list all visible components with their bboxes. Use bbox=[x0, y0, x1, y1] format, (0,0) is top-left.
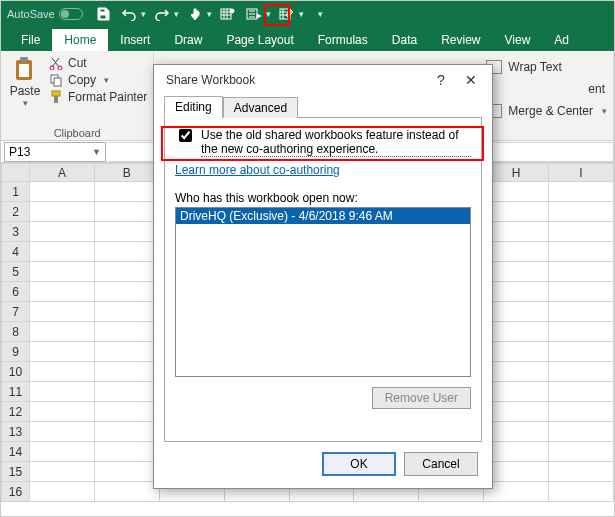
cell[interactable] bbox=[484, 322, 549, 342]
cell[interactable] bbox=[484, 282, 549, 302]
cell[interactable] bbox=[94, 462, 159, 482]
undo-dropdown[interactable]: ▾ bbox=[141, 9, 146, 19]
cell[interactable] bbox=[549, 362, 614, 382]
list-item[interactable]: DriveHQ (Exclusive) - 4/6/2018 9:46 AM bbox=[176, 208, 470, 224]
cell[interactable] bbox=[29, 262, 94, 282]
cell[interactable] bbox=[94, 482, 159, 502]
cell[interactable] bbox=[549, 422, 614, 442]
row-header[interactable]: 1 bbox=[2, 182, 30, 202]
track-dropdown[interactable]: ▾ bbox=[299, 9, 304, 19]
cell[interactable] bbox=[29, 462, 94, 482]
cell[interactable] bbox=[484, 302, 549, 322]
paste-button[interactable]: Paste ▾ bbox=[7, 54, 43, 108]
undo-icon[interactable] bbox=[119, 4, 139, 24]
dialog-help-button[interactable]: ? bbox=[426, 68, 456, 92]
cell[interactable] bbox=[484, 242, 549, 262]
cell[interactable] bbox=[29, 182, 94, 202]
name-box[interactable]: P13 ▼ bbox=[4, 142, 106, 162]
cell[interactable] bbox=[29, 222, 94, 242]
tab-data[interactable]: Data bbox=[380, 29, 429, 51]
row-header[interactable]: 6 bbox=[2, 282, 30, 302]
cell[interactable] bbox=[94, 362, 159, 382]
track-changes-icon[interactable] bbox=[277, 4, 297, 24]
row-header[interactable]: 8 bbox=[2, 322, 30, 342]
cell[interactable] bbox=[549, 242, 614, 262]
wrap-text-button[interactable]: Wrap Text bbox=[486, 60, 607, 74]
row-header[interactable]: 5 bbox=[2, 262, 30, 282]
row-header[interactable]: 4 bbox=[2, 242, 30, 262]
cell[interactable] bbox=[549, 282, 614, 302]
tab-file[interactable]: File bbox=[9, 29, 52, 51]
tab-view[interactable]: View bbox=[493, 29, 543, 51]
cell[interactable] bbox=[94, 202, 159, 222]
column-header[interactable]: A bbox=[29, 164, 94, 182]
cell[interactable] bbox=[549, 322, 614, 342]
row-header[interactable]: 3 bbox=[2, 222, 30, 242]
cell[interactable] bbox=[94, 262, 159, 282]
cell[interactable] bbox=[484, 402, 549, 422]
cell[interactable] bbox=[484, 442, 549, 462]
cell[interactable] bbox=[29, 382, 94, 402]
cell[interactable] bbox=[549, 382, 614, 402]
row-header[interactable]: 16 bbox=[2, 482, 30, 502]
cell[interactable] bbox=[484, 342, 549, 362]
touch-dropdown[interactable]: ▾ bbox=[207, 9, 212, 19]
tab-formulas[interactable]: Formulas bbox=[306, 29, 380, 51]
cell[interactable] bbox=[484, 222, 549, 242]
tab-insert[interactable]: Insert bbox=[108, 29, 162, 51]
cell[interactable] bbox=[549, 262, 614, 282]
cell[interactable] bbox=[94, 282, 159, 302]
cell[interactable] bbox=[29, 342, 94, 362]
qat-customize-icon[interactable]: ▾ bbox=[318, 9, 323, 19]
learn-more-link[interactable]: Learn more about co-authoring bbox=[175, 163, 471, 177]
cell[interactable] bbox=[94, 182, 159, 202]
merge-center-button[interactable]: Merge & Center▾ bbox=[486, 104, 607, 118]
tab-pagelayout[interactable]: Page Layout bbox=[214, 29, 305, 51]
cut-button[interactable]: Cut bbox=[49, 56, 147, 70]
use-old-shared-checkbox-row[interactable]: Use the old shared workbooks feature ins… bbox=[175, 128, 471, 157]
cell[interactable] bbox=[29, 442, 94, 462]
share-workbook-icon[interactable] bbox=[218, 4, 238, 24]
row-header[interactable]: 15 bbox=[2, 462, 30, 482]
row-header[interactable]: 12 bbox=[2, 402, 30, 422]
row-header[interactable]: 7 bbox=[2, 302, 30, 322]
protect-share-icon[interactable] bbox=[244, 4, 264, 24]
cell[interactable] bbox=[484, 482, 549, 502]
cell[interactable] bbox=[29, 302, 94, 322]
cell[interactable] bbox=[94, 342, 159, 362]
cell[interactable] bbox=[484, 422, 549, 442]
protect-dropdown[interactable]: ▾ bbox=[266, 9, 271, 19]
cell[interactable] bbox=[29, 202, 94, 222]
cell[interactable] bbox=[549, 202, 614, 222]
cell[interactable] bbox=[549, 482, 614, 502]
cell[interactable] bbox=[29, 322, 94, 342]
copy-button[interactable]: Copy▾ bbox=[49, 73, 147, 87]
row-header[interactable]: 14 bbox=[2, 442, 30, 462]
row-header[interactable]: 11 bbox=[2, 382, 30, 402]
cell[interactable] bbox=[29, 282, 94, 302]
cell[interactable] bbox=[484, 462, 549, 482]
open-users-listbox[interactable]: DriveHQ (Exclusive) - 4/6/2018 9:46 AM bbox=[175, 207, 471, 377]
cell[interactable] bbox=[94, 422, 159, 442]
tab-review[interactable]: Review bbox=[429, 29, 492, 51]
cell[interactable] bbox=[549, 182, 614, 202]
touch-mode-icon[interactable] bbox=[185, 4, 205, 24]
save-icon[interactable] bbox=[93, 4, 113, 24]
cell[interactable] bbox=[94, 382, 159, 402]
row-header[interactable]: 10 bbox=[2, 362, 30, 382]
cell[interactable] bbox=[549, 342, 614, 362]
cell[interactable] bbox=[484, 382, 549, 402]
row-header[interactable]: 9 bbox=[2, 342, 30, 362]
cell[interactable] bbox=[549, 442, 614, 462]
redo-dropdown[interactable]: ▾ bbox=[174, 9, 179, 19]
tab-addins[interactable]: Ad bbox=[542, 29, 581, 51]
tab-home[interactable]: Home bbox=[52, 29, 108, 51]
column-header[interactable]: B bbox=[94, 164, 159, 182]
autosave-toggle[interactable] bbox=[59, 8, 83, 20]
cell[interactable] bbox=[94, 302, 159, 322]
cell[interactable] bbox=[484, 362, 549, 382]
cell[interactable] bbox=[94, 322, 159, 342]
cell[interactable] bbox=[484, 202, 549, 222]
cell[interactable] bbox=[29, 482, 94, 502]
row-header[interactable]: 13 bbox=[2, 422, 30, 442]
